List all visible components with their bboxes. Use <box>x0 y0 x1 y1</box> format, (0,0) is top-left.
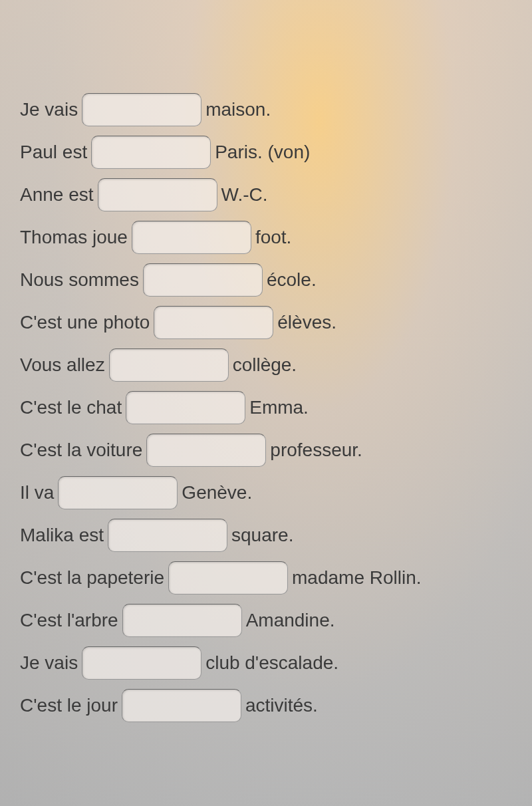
text-after: W.-C. <box>221 182 268 207</box>
exercise-row: Nous sommes école. <box>20 263 512 297</box>
exercise-row: C'est une photo élèves. <box>20 306 512 339</box>
exercise-row: Il va Genève. <box>20 476 512 509</box>
text-after: maison. <box>205 96 271 122</box>
fill-input[interactable] <box>122 604 242 637</box>
exercise-row: Anne est W.-C. <box>20 178 512 211</box>
fill-input[interactable] <box>82 646 201 680</box>
exercise-row: C'est le jour activités. <box>20 689 512 722</box>
fill-input[interactable] <box>143 263 263 297</box>
text-after: Genève. <box>182 479 252 505</box>
exercise-row: C'est la papeterie madame Rollin. <box>20 561 512 595</box>
exercise-row: Vous allez collège. <box>20 348 512 382</box>
text-before: C'est la voiture <box>20 437 142 463</box>
text-before: Paul est <box>20 139 87 165</box>
text-after: square. <box>231 522 293 548</box>
text-before: Il va <box>20 479 54 505</box>
fill-input[interactable] <box>82 93 201 126</box>
text-after: école. <box>267 267 317 293</box>
text-before: C'est le chat <box>20 394 122 420</box>
exercise-row: Thomas joue foot. <box>20 221 512 254</box>
exercise-row: C'est le chat Emma. <box>20 391 512 424</box>
text-after: club d'escalade. <box>205 650 338 676</box>
text-before: Thomas joue <box>20 224 128 250</box>
exercise-row: Paul est Paris. (von) <box>20 136 512 169</box>
text-after: professeur. <box>270 437 362 463</box>
text-before: Vous allez <box>20 352 105 378</box>
text-after: Paris. (von) <box>215 139 310 165</box>
text-after: Amandine. <box>246 607 335 633</box>
exercise-row: Je vais club d'escalade. <box>20 646 512 680</box>
fill-input[interactable] <box>132 221 251 254</box>
text-before: C'est l'arbre <box>20 607 118 633</box>
text-before: Je vais <box>20 96 78 122</box>
text-before: C'est la papeterie <box>20 565 164 591</box>
fill-input[interactable] <box>109 348 229 382</box>
text-before: Je vais <box>20 650 78 676</box>
fill-input[interactable] <box>108 519 227 552</box>
fill-input[interactable] <box>146 434 266 467</box>
text-before: C'est une photo <box>20 309 150 335</box>
text-before: Anne est <box>20 182 94 207</box>
text-after: collège. <box>233 352 297 378</box>
text-before: Nous sommes <box>20 267 139 293</box>
exercise-container: Je vais maison. Paul est Paris. (von) An… <box>20 93 512 722</box>
fill-input[interactable] <box>91 136 211 169</box>
fill-input[interactable] <box>122 689 241 722</box>
exercise-row: C'est l'arbre Amandine. <box>20 604 512 637</box>
fill-input[interactable] <box>168 561 288 595</box>
fill-input[interactable] <box>98 178 217 211</box>
text-after: foot. <box>255 224 291 250</box>
fill-input[interactable] <box>154 306 273 339</box>
fill-input[interactable] <box>58 476 178 509</box>
exercise-row: C'est la voiture professeur. <box>20 434 512 467</box>
fill-input[interactable] <box>126 391 245 424</box>
exercise-row: Je vais maison. <box>20 93 512 126</box>
text-after: Emma. <box>249 394 309 420</box>
text-after: élèves. <box>277 309 336 335</box>
text-before: Malika est <box>20 522 104 548</box>
text-before: C'est le jour <box>20 692 118 718</box>
exercise-row: Malika est square. <box>20 519 512 552</box>
text-after: activités. <box>245 692 318 718</box>
text-after: madame Rollin. <box>292 565 422 591</box>
